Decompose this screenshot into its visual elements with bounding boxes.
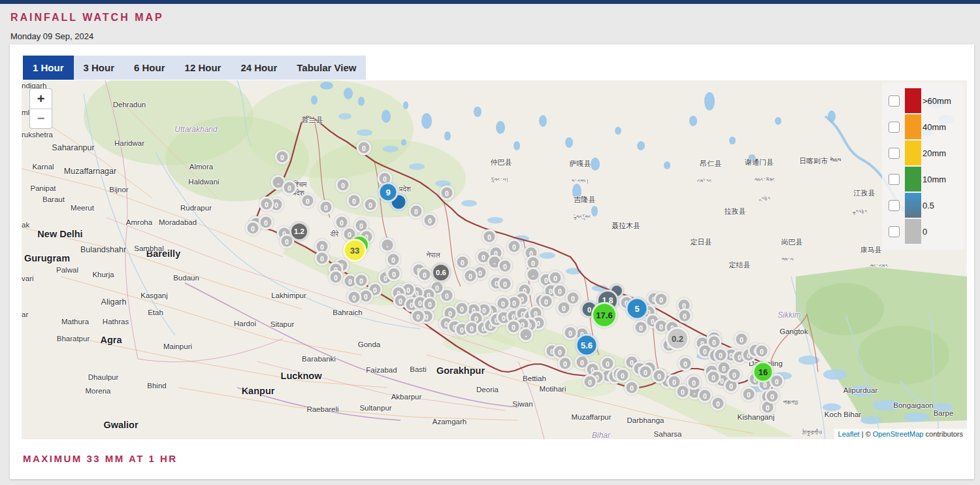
rainfall-marker[interactable]: 0: [354, 273, 369, 288]
rainfall-marker[interactable]: 0: [246, 221, 261, 236]
map-label: ঠাকুরগাঁও: [802, 428, 822, 437]
rainfall-marker[interactable]: 0: [363, 197, 378, 212]
tab-24-hour[interactable]: 24 Hour: [231, 56, 287, 80]
rainfall-marker[interactable]: 16: [753, 361, 774, 383]
legend-label: 0: [923, 227, 927, 237]
legend-row: 20mm: [886, 140, 960, 166]
rainfall-marker[interactable]: 0: [734, 332, 749, 347]
rainfall-marker[interactable]: 0: [713, 348, 728, 363]
rainfall-marker[interactable]: 0: [634, 320, 649, 335]
rainfall-marker[interactable]: 0: [357, 141, 372, 156]
rainfall-marker[interactable]: 0: [755, 344, 770, 359]
openstreetmap-link[interactable]: OpenStreetMap: [873, 430, 924, 438]
rainfall-marker[interactable]: 0: [558, 356, 573, 371]
tab-12-hour[interactable]: 12 Hour: [175, 56, 231, 80]
rainfall-marker[interactable]: 0: [742, 387, 757, 402]
tab-6-hour[interactable]: 6 Hour: [124, 56, 175, 80]
rainfall-marker[interactable]: 33: [343, 239, 367, 262]
map-label: Siwan: [512, 400, 532, 408]
rainfall-marker[interactable]: 0: [678, 356, 693, 371]
rainfall-marker[interactable]: 0: [652, 369, 667, 384]
rainfall-marker[interactable]: 0.6: [431, 263, 451, 282]
rainfall-marker[interactable]: 1.2: [289, 222, 309, 241]
map-label: Uttarakhand: [174, 125, 217, 134]
rainfall-marker[interactable]: 0: [411, 309, 426, 324]
map-label: Palwal: [56, 266, 78, 274]
rainfall-marker[interactable]: 0: [347, 193, 362, 209]
rainfall-marker[interactable]: 0: [566, 291, 581, 306]
rainfall-marker[interactable]: 0: [625, 380, 640, 395]
legend-checkbox-0[interactable]: [889, 226, 900, 237]
rainfall-marker[interactable]: 0: [498, 259, 513, 274]
rainfall-marker[interactable]: 0: [654, 292, 669, 307]
rainfall-marker[interactable]: 0: [711, 396, 726, 411]
rainfall-map[interactable]: + − >60mm40mm20mm10mm0.50 Leaflet | © Op…: [22, 80, 967, 439]
rainfall-marker[interactable]: 5.6: [576, 334, 598, 357]
tab-tabular-view[interactable]: Tabular View: [287, 56, 366, 80]
rainfall-marker[interactable]: 0: [347, 290, 362, 305]
rainfall-marker[interactable]: 0: [727, 367, 742, 382]
map-zoom-control: + −: [29, 88, 52, 129]
map-label: Kanpur: [242, 386, 275, 396]
rainfall-marker[interactable]: 0: [463, 269, 478, 284]
rainfall-marker[interactable]: 0: [319, 200, 334, 215]
legend-checkbox-20mm[interactable]: [889, 148, 900, 159]
tab-3-hour[interactable]: 3 Hour: [74, 56, 125, 80]
map-label: Hathras: [103, 318, 129, 326]
rainfall-marker[interactable]: 9: [378, 182, 399, 203]
map-label: Muzaffarnagar: [64, 167, 116, 176]
rainfall-marker[interactable]: 17.6: [591, 302, 617, 328]
rainfall-marker[interactable]: 5: [626, 297, 649, 320]
rainfall-marker[interactable]: -: [380, 238, 395, 253]
rainfall-marker[interactable]: 0: [417, 267, 433, 282]
rainfall-marker[interactable]: 0: [507, 239, 522, 254]
rainfall-marker[interactable]: 0: [678, 309, 693, 324]
rainfall-marker[interactable]: 0.2: [666, 327, 689, 350]
rainfall-marker[interactable]: 0: [386, 252, 401, 267]
map-label: Morena: [86, 387, 111, 395]
map-label: Bahraich: [333, 309, 362, 316]
rainfall-marker[interactable]: 0: [706, 370, 721, 385]
rainfall-marker[interactable]: 0: [259, 197, 274, 212]
rainfall-marker[interactable]: 0: [440, 186, 455, 201]
map-label: Bharatpur: [57, 335, 90, 343]
map-label: Karnal: [32, 163, 54, 171]
leaflet-link[interactable]: Leaflet: [838, 430, 860, 438]
map-label: འབྲོང་པ།: [491, 177, 509, 184]
rainfall-marker[interactable]: 0: [563, 326, 578, 341]
rainfall-marker[interactable]: 0: [638, 365, 653, 380]
rainfall-marker[interactable]: 0: [259, 215, 274, 230]
tab-1-hour[interactable]: 1 Hour: [23, 56, 74, 80]
map-label: प्रदेश: [399, 185, 411, 193]
map-label: नेपाल: [426, 251, 440, 259]
rainfall-marker[interactable]: 0: [583, 375, 598, 390]
rainfall-marker[interactable]: 0: [498, 276, 513, 292]
map-label: Alipurduar: [843, 386, 877, 394]
rainfall-marker[interactable]: 0: [275, 150, 290, 165]
legend-checkbox-05[interactable]: [889, 200, 900, 211]
rainfall-marker[interactable]: -: [519, 327, 534, 343]
rainfall-marker[interactable]: 0: [539, 294, 554, 309]
legend-checkbox-10mm[interactable]: [889, 174, 900, 185]
rainfall-marker[interactable]: 0: [765, 389, 780, 404]
map-label: Gurugram: [24, 253, 70, 263]
rainfall-marker[interactable]: 0: [387, 267, 402, 282]
rainfall-marker[interactable]: 0: [301, 193, 316, 209]
legend-checkbox-60mm[interactable]: [889, 95, 900, 107]
rainfall-marker[interactable]: 0: [336, 178, 351, 193]
rainfall-marker[interactable]: 0: [687, 375, 702, 390]
zoom-out-button[interactable]: −: [30, 109, 52, 128]
zoom-in-button[interactable]: +: [30, 89, 52, 109]
map-label: পঞ্চগড়: [783, 398, 798, 407]
rainfall-marker[interactable]: 0: [482, 229, 497, 244]
rainfall-marker[interactable]: 0: [455, 255, 470, 270]
map-label: rukshetra: [22, 131, 53, 139]
rainfall-marker[interactable]: 0: [282, 180, 297, 195]
rainfall-marker[interactable]: 0: [329, 270, 344, 285]
rainfall-legend: >60mm40mm20mm10mm0.50: [882, 82, 964, 250]
rainfall-marker[interactable]: 0: [423, 213, 438, 228]
rainfall-marker[interactable]: 0: [315, 251, 330, 266]
legend-checkbox-40mm[interactable]: [889, 122, 900, 133]
map-label: བཞད་མཐོང: [754, 177, 775, 184]
rainfall-marker[interactable]: 0: [409, 204, 424, 219]
